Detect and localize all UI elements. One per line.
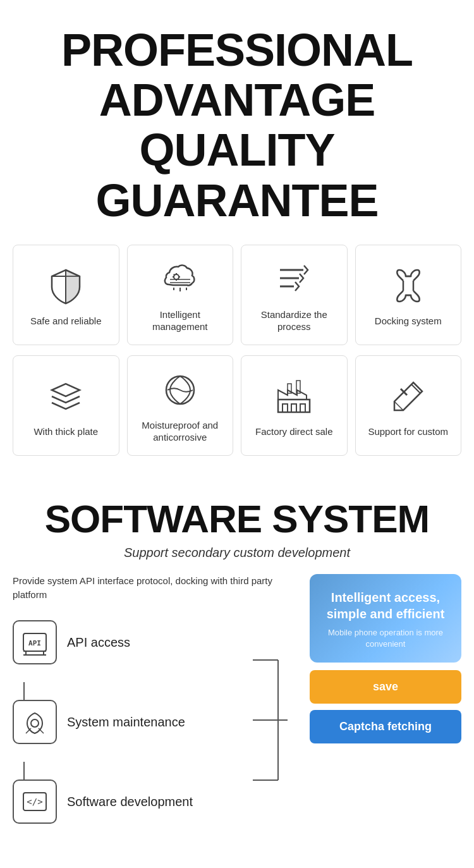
code-icon: </> — [13, 779, 57, 824]
sw-item-maintenance: System maintenance — [13, 700, 297, 744]
svg-line-10 — [174, 274, 174, 275]
intelligent-mgmt-label: Intelligent management — [133, 309, 228, 333]
tools-icon — [388, 376, 428, 417]
cloud-settings-icon — [160, 259, 200, 300]
sw-items-wrapper: API API access — [13, 620, 297, 824]
software-subtitle: Support secondary custom development — [13, 546, 461, 560]
leaf-icon — [160, 370, 200, 410]
link-icon — [388, 266, 428, 306]
feature-moistureproof: Moistureproof and anticorrosive — [127, 355, 234, 456]
development-label: Software development — [67, 793, 193, 810]
wrench-icon — [13, 700, 57, 744]
moistureproof-label: Moistureproof and anticorrosive — [133, 419, 228, 444]
software-right: Intelligent access, simple and efficient… — [310, 574, 461, 743]
feature-thick-plate: With thick plate — [13, 355, 119, 456]
custom-label: Support for custom — [368, 425, 448, 438]
svg-text:API: API — [28, 639, 41, 647]
software-desc: Provide system API interface protocol, d… — [13, 574, 297, 602]
api-icon: API — [13, 620, 57, 664]
software-title: SOFTWARE SYSTEM — [13, 498, 461, 541]
factory-icon — [274, 376, 314, 417]
api-label: API access — [67, 634, 130, 651]
feature-factory: Factory direct sale — [241, 355, 348, 456]
svg-point-34 — [31, 719, 39, 727]
svg-rect-23 — [300, 404, 305, 412]
thick-plate-label: With thick plate — [33, 425, 98, 438]
maintenance-label: System maintenance — [67, 714, 185, 730]
software-content: Provide system API interface protocol, d… — [13, 574, 461, 841]
software-section: SOFTWARE SYSTEM Support secondary custom… — [0, 485, 474, 860]
feature-custom: Support for custom — [355, 355, 462, 456]
save-button[interactable]: save — [310, 670, 461, 704]
features-section: Safe and reliable — [0, 245, 474, 485]
svg-line-11 — [178, 279, 179, 279]
phone-card-subtitle: Mobile phone operation is more convenien… — [320, 627, 451, 650]
shield-icon — [46, 266, 86, 306]
sw-item-development: </> Software development — [13, 779, 297, 824]
svg-text:</>: </> — [27, 797, 42, 807]
phone-card-title: Intelligent access, simple and efficient — [320, 589, 451, 622]
header-section: PROFESSIONAL ADVANTAGE QUALITY GUARANTEE — [0, 0, 474, 245]
svg-line-27 — [394, 401, 403, 410]
software-left: Provide system API interface protocol, d… — [13, 574, 297, 841]
layers-icon — [46, 376, 86, 417]
sw-item-api: API API access — [13, 620, 297, 664]
svg-rect-21 — [283, 404, 288, 412]
page-title: PROFESSIONAL ADVANTAGE QUALITY GUARANTEE — [13, 25, 461, 226]
phone-card: Intelligent access, simple and efficient… — [310, 574, 461, 663]
feature-safe-reliable: Safe and reliable — [13, 245, 119, 345]
standardize-label: Standardize the process — [246, 309, 342, 333]
features-row-1: Safe and reliable — [13, 245, 461, 345]
feature-docking: Docking system — [355, 245, 462, 345]
captcha-button[interactable]: Captcha fetching — [310, 710, 461, 743]
process-icon — [274, 259, 314, 300]
svg-rect-22 — [291, 404, 296, 412]
svg-point-5 — [174, 274, 179, 279]
factory-label: Factory direct sale — [255, 425, 333, 438]
docking-label: Docking system — [375, 315, 442, 327]
feature-intelligent-mgmt: Intelligent management — [127, 245, 234, 345]
feature-standardize: Standardize the process — [241, 245, 348, 345]
features-row-2: With thick plate Moistureproof and antic… — [13, 355, 461, 456]
safe-reliable-label: Safe and reliable — [30, 315, 102, 327]
